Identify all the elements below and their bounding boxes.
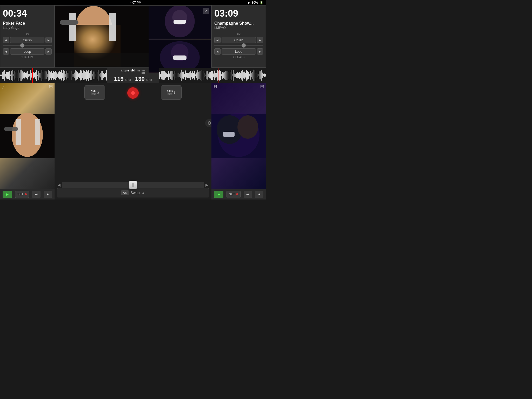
bpm-right-unit: BPM [146,78,152,81]
video-side-top [149,6,211,39]
svg-rect-14 [173,55,187,60]
deck-left-fx-prev[interactable]: ◀ [3,37,9,43]
deck-left-loop-name[interactable]: Loop [10,48,44,55]
waveform-right-playhead [218,68,218,83]
deck-right-loop-row: ◀ Loop ▶ [214,48,263,55]
logo-algo: algo [121,68,128,72]
center-controls: 🎬♪ 🎬♪ ⚙ ◀ ▶ AB [55,83,211,200]
svg-rect-18 [35,119,40,145]
bpm-right-value: 130 [135,76,145,82]
ab-label: AB [123,191,127,194]
deck-left-star[interactable]: ✦ [44,191,52,198]
lmfao-svg-top [149,6,211,39]
deck-right-fx-thumb[interactable] [242,43,246,48]
deck-left-fx-row: ◀ Crush ▶ [3,37,52,43]
deck-right-undo[interactable]: ↩ [244,191,252,198]
crossfader-grip [132,183,134,187]
gaga-thumb-svg [0,83,55,189]
music-note-icon-left: ♪ [2,85,4,90]
record-button[interactable] [127,87,139,99]
waveform-left-playhead [32,68,33,83]
bpm-right-group: 130 BPM [135,76,152,82]
video-side-panels [149,6,211,67]
deck-left-fx-next[interactable]: ▶ [45,37,52,43]
deck-left-loop-next[interactable]: ▶ [45,48,52,55]
video-display: ⤢ [55,5,211,68]
swap-bar[interactable]: AB Swap ▲ [57,188,209,197]
swap-chevron: ▲ [142,191,145,195]
top-section: 00:34 Poker Face Lady Gaga FX ◀ Crush ▶ … [0,5,266,68]
deck-left-controls: ▶ SET ↩ ✦ [0,189,55,200]
crossfader-thumb[interactable] [129,181,137,189]
deck-right-loop-name[interactable]: Loop [222,48,256,55]
deck-left-panel: 00:34 Poker Face Lady Gaga FX ◀ Crush ▶ … [0,5,55,68]
crossfader-area: ◀ ▶ [57,182,209,188]
ab-badge: AB [121,190,129,195]
deck-left-loop-prev[interactable]: ◀ [3,48,9,55]
deck-right-loop-next[interactable]: ▶ [257,48,263,55]
deck-left-loop-row: ◀ Loop ▶ [3,48,52,55]
deck-left-set[interactable]: SET [15,191,29,198]
set-label-left: SET [17,192,23,196]
waveform-left[interactable] [0,68,107,83]
deck-right-star[interactable]: ✦ [255,191,263,198]
deck-right-fx-name[interactable]: Crush [222,37,256,43]
status-right: ▶ 80% 🔋 [248,1,263,4]
deck-left-time: 00:34 [3,8,52,19]
deck-right-play[interactable]: ▶ [214,191,223,198]
deck-left-fx-track [3,45,52,46]
play-indicator: ▶ [248,1,250,4]
deck-right-fx-row: ◀ Crush ▶ [214,37,263,43]
main-container: 00:34 Poker Face Lady Gaga FX ◀ Crush ▶ … [0,5,266,200]
expand-button[interactable]: ⤢ [203,8,209,14]
svg-rect-10 [174,20,186,24]
deck-right-fx-prev[interactable]: ◀ [214,37,221,43]
deck-right-artist: LMFAO [214,26,263,30]
bpm-left-group: 119 BPM [114,76,131,82]
waveform-right[interactable] [159,68,266,83]
waveform-left-canvas [0,68,107,83]
swap-label: Swap [131,191,140,195]
svg-rect-4 [69,13,76,41]
deck-right-fx-slider[interactable] [214,45,263,46]
status-time: 4:07 PM [23,1,248,4]
crossfader-track[interactable] [62,182,204,188]
bpm-left-value: 119 [114,76,124,82]
deck-left-fx-thumb[interactable] [20,43,24,48]
svg-rect-3 [55,53,149,67]
waveform-section: algoriddim 119 BPM [0,68,266,83]
film-icon-right2: 🎞 [260,85,264,89]
crossfade-right-arrow[interactable]: ▶ [205,183,208,187]
deck-right-fx-next[interactable]: ▶ [257,37,263,43]
deck-right-track: Champagne Show... [214,21,263,26]
deck-right-time: 03:09 [214,8,263,19]
svg-rect-17 [16,119,21,145]
deck-left-play[interactable]: ▶ [3,191,12,198]
deck-left-fx-label: FX [3,33,52,36]
media-btn-right[interactable]: 🎬♪ [161,85,182,100]
video-gaga-frame [55,6,149,67]
deck-right-beats: 2 BEATS [214,56,263,59]
battery-level: 80% [252,1,258,4]
film-icon-left: 🎞 [49,85,52,89]
logo: algoriddim [121,68,145,74]
crossfade-left-arrow[interactable]: ◀ [58,183,61,187]
deck-right-panel: 03:09 Champagne Show... LMFAO FX ◀ Crush… [211,5,266,68]
deck-right-set[interactable]: SET [227,191,240,198]
bottom-section: ♪ 🎞 ▶ SET ↩ ✦ [0,83,266,200]
deck-left-track: Poker Face [3,21,52,26]
deck-left-fx-slider[interactable] [3,45,52,46]
logo-dots [142,70,145,74]
deck-left-thumb-img: ♪ 🎞 [0,83,55,189]
bpm-display: 119 BPM 130 BPM [114,76,152,82]
deck-left-undo[interactable]: ↩ [32,191,41,198]
deck-right-loop-prev[interactable]: ◀ [214,48,221,55]
deck-left-fx-name[interactable]: Crush [10,37,44,43]
bpm-left-unit: BPM [125,78,131,81]
deck-right-thumb: 🎞 🎞 ▶ SET [211,83,266,200]
status-bar: 4:07 PM ▶ 80% 🔋 [0,0,266,5]
lmfao-thumb-svg [211,83,266,189]
top-center-row: 🎬♪ 🎬♪ [57,85,209,103]
svg-rect-26 [211,114,266,158]
media-btn-left[interactable]: 🎬♪ [84,85,105,100]
